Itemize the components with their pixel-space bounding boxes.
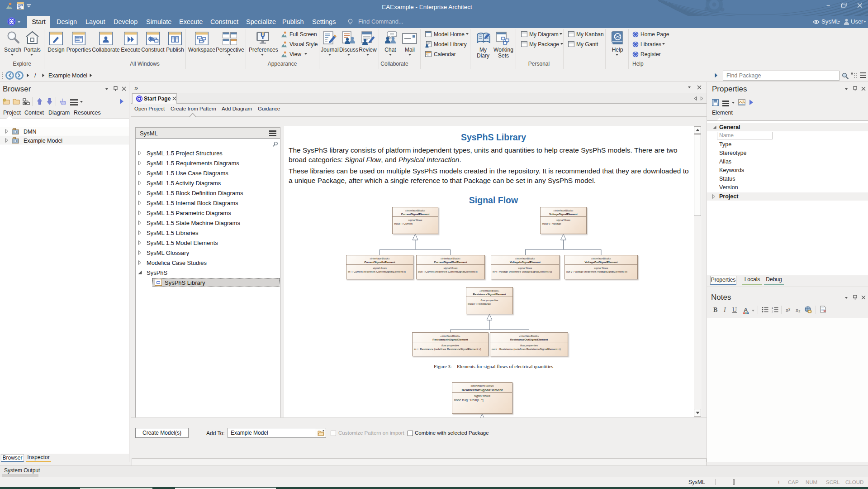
svg-text:2: 2	[772, 310, 773, 313]
svg-text:1: 1	[772, 307, 773, 309]
